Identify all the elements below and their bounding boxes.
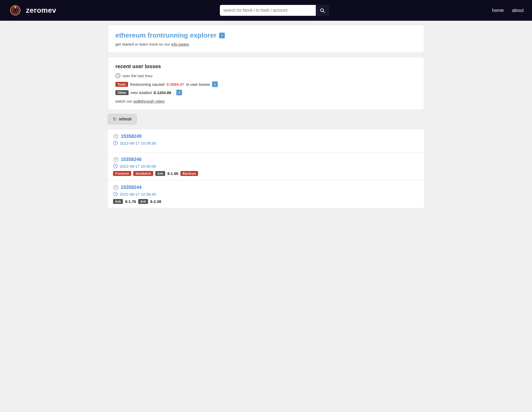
block-item: 15358244 2022-08-17 10:38:45 Arb$-1.76Ar… xyxy=(108,180,424,208)
arb-badge: Arb xyxy=(113,199,123,204)
search-input[interactable] xyxy=(220,5,316,15)
logo-text: zeromev xyxy=(26,6,56,15)
other-suffix: . xyxy=(173,90,174,95)
info-pages-link[interactable]: info pages xyxy=(171,42,189,46)
cube-icon xyxy=(113,157,119,162)
time-icon xyxy=(113,192,118,196)
block-number-row: 15358244 xyxy=(113,184,419,190)
mev-amount: $-1.96 xyxy=(167,171,178,176)
toxic-amount: $-3894.47 xyxy=(167,82,184,87)
explorer-title: ethereum frontrunning explorer i xyxy=(115,31,417,39)
refresh-icon: ↻ xyxy=(113,116,117,122)
cube-icon xyxy=(113,184,119,190)
mev-amount: $-2.08 xyxy=(150,199,161,204)
subtitle-prefix: get started or learn more on our xyxy=(115,42,170,46)
logo-area: zeromev xyxy=(8,3,56,17)
walkthrough-prefix: watch our xyxy=(115,99,132,103)
walkthrough-link[interactable]: walkthrough video xyxy=(133,99,165,103)
cube-icon xyxy=(113,133,119,139)
svg-line-7 xyxy=(118,76,119,76)
walkthrough-row: watch our walkthrough video xyxy=(115,99,417,103)
sandwich-badge: Sandwich xyxy=(133,171,153,176)
block-tags-row: FrontrunSandwichArb$-1.96Backrun xyxy=(113,171,419,176)
block-timestamp: 2022-08-17 10:38:45 xyxy=(120,192,156,196)
search-button[interactable] xyxy=(316,5,329,16)
block-number[interactable]: 15358246 xyxy=(121,157,142,162)
toxic-row: Toxic frontrunning caused $-3894.47 in u… xyxy=(115,81,417,87)
refresh-label: refresh xyxy=(119,117,132,122)
losses-title: recent user losses xyxy=(115,63,417,69)
block-item: 15358249 2022-08-17 10:39:38 xyxy=(108,129,424,152)
block-timestamp: 2022-08-17 10:39:06 xyxy=(120,164,156,168)
block-number-row: 15358249 xyxy=(113,133,419,139)
header: zeromev home about xyxy=(0,0,532,21)
svg-point-4 xyxy=(14,6,16,8)
other-info-icon[interactable]: i xyxy=(176,90,182,95)
timeframe-row: over the last hour xyxy=(115,73,417,78)
other-row: Other mev totalled $-1204.89 . i xyxy=(115,90,417,95)
block-item: 15358246 2022-08-17 10:39:06 FrontrunSan… xyxy=(108,152,424,180)
hero-card: ethereum frontrunning explorer i get sta… xyxy=(108,25,424,53)
svg-line-28 xyxy=(115,194,116,195)
nav-home[interactable]: home xyxy=(492,8,504,13)
arb-badge: Arb xyxy=(138,199,148,204)
svg-line-21 xyxy=(115,166,116,167)
backrun-badge: Backrun xyxy=(180,171,198,176)
svg-line-14 xyxy=(115,143,116,144)
toxic-suffix: in user losses xyxy=(186,82,210,87)
nav: home about xyxy=(492,8,524,13)
blocks-container: 15358249 2022-08-17 10:39:38 15358246 xyxy=(108,129,424,208)
nav-about[interactable]: about xyxy=(512,8,524,13)
other-amount: $-1204.89 xyxy=(154,90,171,95)
time-icon xyxy=(113,164,118,168)
mev-amount: $-1.76 xyxy=(125,199,136,204)
timeframe-text: over the last hour xyxy=(123,74,153,78)
block-number-row: 15358246 xyxy=(113,157,419,162)
other-text: mev totalled xyxy=(131,90,152,95)
logo-icon xyxy=(8,3,22,17)
arb-badge: Arb xyxy=(155,171,165,176)
explorer-subtitle: get started or learn more on our info pa… xyxy=(115,42,417,46)
toxic-text: frontrunning caused xyxy=(130,82,165,87)
other-badge: Other xyxy=(115,90,129,95)
block-time-row[interactable]: 2022-08-17 10:39:38 xyxy=(113,141,419,145)
search-area xyxy=(62,5,486,16)
block-number[interactable]: 15358249 xyxy=(121,134,142,139)
search-bar xyxy=(220,5,329,16)
block-number[interactable]: 15358244 xyxy=(121,185,142,190)
explorer-title-text: ethereum frontrunning explorer xyxy=(115,31,216,39)
toxic-info-icon[interactable]: i xyxy=(212,81,218,87)
losses-card: recent user losses over the last hour To… xyxy=(108,57,424,110)
frontrun-badge: Frontrun xyxy=(113,171,131,176)
clock-icon xyxy=(115,73,121,78)
toxic-badge: Toxic xyxy=(115,82,128,87)
explorer-info-icon[interactable]: i xyxy=(219,33,225,38)
block-timestamp: 2022-08-17 10:39:38 xyxy=(120,141,156,145)
search-icon xyxy=(319,8,325,13)
main: ethereum frontrunning explorer i get sta… xyxy=(103,21,429,212)
block-tags-row: Arb$-1.76Arb$-2.08 xyxy=(113,199,419,204)
block-time-row[interactable]: 2022-08-17 10:38:45 xyxy=(113,192,419,196)
refresh-button[interactable]: ↻ refresh xyxy=(108,114,137,124)
time-icon xyxy=(113,141,118,145)
block-time-row[interactable]: 2022-08-17 10:39:06 xyxy=(113,164,419,168)
